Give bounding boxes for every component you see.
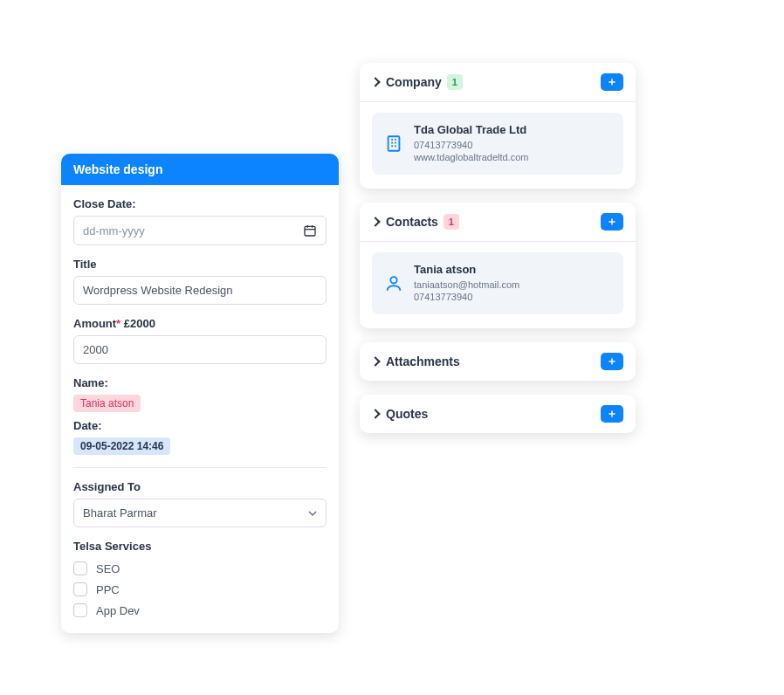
plus-icon [607, 409, 617, 419]
date-tag: 09-05-2022 14:46 [73, 437, 170, 455]
company-item[interactable]: Tda Global Trade Ltd 07413773940 www.tda… [372, 113, 623, 175]
quotes-title: Quotes [386, 407, 428, 421]
add-company-button[interactable] [601, 73, 623, 91]
form-header: Website design [61, 154, 339, 185]
company-phone: 07413773940 [414, 140, 528, 150]
service-appdev-label: App Dev [96, 604, 140, 617]
close-date-input[interactable]: dd-mm-yyyy [73, 216, 327, 245]
attachments-card: Attachments [360, 342, 636, 381]
contacts-title: Contacts [386, 215, 438, 229]
close-date-label: Close Date: [73, 197, 327, 210]
title-input[interactable] [73, 276, 327, 305]
svg-point-15 [390, 277, 396, 283]
calendar-icon [303, 224, 317, 237]
contacts-header[interactable]: Contacts 1 [360, 203, 636, 241]
plus-icon [607, 217, 617, 227]
deal-form-card: Website design Close Date: dd-mm-yyyy [61, 154, 339, 633]
close-date-placeholder: dd-mm-yyyy [83, 224, 145, 237]
company-title: Company [386, 75, 442, 89]
company-website: www.tdaglobaltradeltd.com [414, 152, 528, 162]
person-icon [384, 263, 403, 304]
company-header[interactable]: Company 1 [360, 63, 636, 101]
quotes-card: Quotes [360, 395, 636, 433]
service-appdev-checkbox[interactable] [73, 603, 87, 617]
plus-icon [607, 77, 617, 87]
chevron-right-icon [370, 356, 380, 366]
svg-rect-0 [305, 226, 315, 236]
contact-phone: 07413773940 [414, 292, 519, 302]
amount-label: Amount* £2000 [73, 317, 327, 330]
divider [73, 467, 327, 468]
assigned-to-select[interactable]: Bharat Parmar [73, 499, 327, 527]
service-seo-checkbox[interactable] [73, 561, 87, 575]
title-label: Title [73, 258, 327, 271]
add-contact-button[interactable] [601, 213, 623, 231]
company-name: Tda Global Trade Ltd [414, 123, 528, 136]
name-tag: Tania atson [73, 395, 141, 412]
services-label: Telsa Services [73, 540, 327, 553]
assigned-to-label: Assigned To [73, 480, 327, 493]
add-quote-button[interactable] [601, 405, 623, 423]
name-label: Name: [73, 376, 327, 389]
contacts-card: Contacts 1 Tania atson taniaatson@hotmai… [360, 203, 636, 328]
chevron-right-icon [370, 217, 380, 226]
attachments-title: Attachments [386, 354, 460, 368]
building-icon [384, 123, 403, 164]
contact-item[interactable]: Tania atson taniaatson@hotmail.com 07413… [372, 252, 623, 314]
quotes-header[interactable]: Quotes [360, 395, 636, 433]
attachments-header[interactable]: Attachments [360, 342, 636, 381]
company-card: Company 1 Tda Global Trade Ltd [360, 63, 636, 189]
service-ppc-label: PPC [96, 583, 120, 596]
service-ppc-checkbox[interactable] [73, 582, 87, 596]
svg-rect-6 [389, 136, 400, 151]
service-seo-label: SEO [96, 562, 120, 575]
contact-name: Tania atson [414, 263, 519, 276]
chevron-right-icon [370, 409, 380, 418]
date-label: Date: [73, 419, 327, 432]
add-attachment-button[interactable] [601, 353, 623, 370]
contacts-count-badge: 1 [444, 214, 459, 230]
company-count-badge: 1 [447, 74, 463, 90]
amount-input[interactable] [73, 335, 327, 364]
chevron-right-icon [370, 77, 380, 86]
contact-email: taniaatson@hotmail.com [414, 279, 519, 290]
plus-icon [607, 356, 617, 367]
